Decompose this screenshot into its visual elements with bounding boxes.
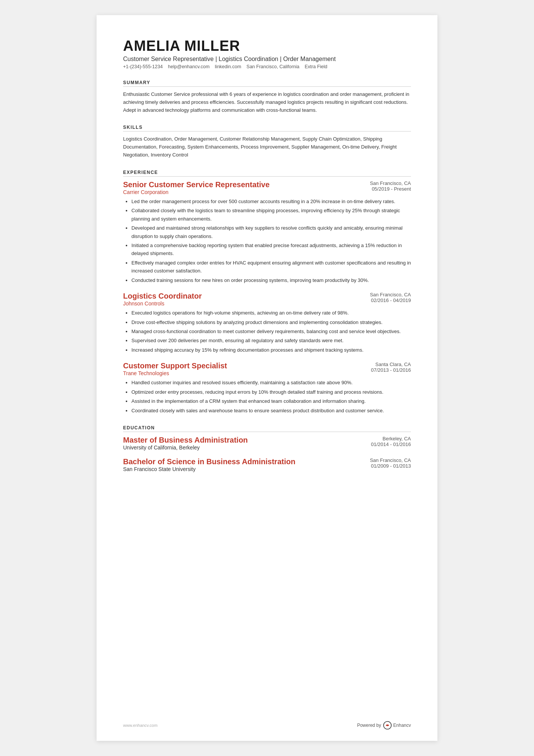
skills-section: SKILLS Logistics Coordination, Order Man… bbox=[123, 125, 411, 159]
edu-header-1: Bachelor of Science in Business Administ… bbox=[123, 457, 411, 472]
contact-location: San Francisco, California bbox=[247, 64, 300, 69]
bullet-list-1: Executed logistics operations for high-v… bbox=[123, 309, 411, 354]
footer-website: www.enhancv.com bbox=[123, 723, 158, 728]
edu-school-1: San Francisco State University bbox=[123, 466, 295, 472]
company-name-2: Trane Technologies bbox=[123, 370, 227, 376]
logo-svg bbox=[383, 721, 392, 729]
bullet-item-2-1: Optimized order entry processes, reducin… bbox=[131, 388, 411, 396]
header-section: AMELIA MILLER Customer Service Represent… bbox=[123, 38, 411, 69]
bullet-item-1-4: Increased shipping accuracy by 15% by re… bbox=[131, 346, 411, 354]
bullet-item-0-1: Collaborated closely with the logistics … bbox=[131, 207, 411, 223]
edu-school-0: University of California, Berkeley bbox=[123, 445, 248, 451]
edu-degree-0: Master of Business Administration bbox=[123, 436, 248, 445]
candidate-name: AMELIA MILLER bbox=[123, 38, 411, 54]
experience-blocks: Senior Customer Service RepresentativeCa… bbox=[123, 180, 411, 415]
location-date-0: San Francisco, CA05/2019 - Present bbox=[350, 180, 411, 192]
edu-left-1: Bachelor of Science in Business Administ… bbox=[123, 457, 295, 472]
enhancv-logo: Enhancv bbox=[383, 721, 411, 729]
location-date-1: San Francisco, CA02/2016 - 04/2019 bbox=[350, 292, 411, 303]
bullet-list-2: Handled customer inquiries and resolved … bbox=[123, 379, 411, 415]
brand-name: Enhancv bbox=[393, 723, 411, 728]
education-section: EDUCATION Master of Business Administrat… bbox=[123, 425, 411, 472]
bullet-item-0-3: Initiated a comprehensive backlog report… bbox=[131, 241, 411, 258]
contact-extra: Extra Field bbox=[304, 64, 327, 69]
bullet-item-0-4: Effectively managed complex order entrie… bbox=[131, 259, 411, 275]
skills-label: SKILLS bbox=[123, 125, 411, 131]
contact-linkedin: linkedin.com bbox=[215, 64, 241, 69]
contact-email: help@enhancv.com bbox=[168, 64, 210, 69]
bullet-item-2-3: Coordinated closely with sales and wareh… bbox=[131, 407, 411, 415]
contact-line: +1-(234)-555-1234 help@enhancv.com linke… bbox=[123, 64, 411, 69]
exp-block-0: Senior Customer Service RepresentativeCa… bbox=[123, 180, 411, 284]
summary-section: SUMMARY Enthusiastic Customer Service pr… bbox=[123, 80, 411, 114]
bullet-list-0: Led the order management process for ove… bbox=[123, 197, 411, 284]
job-title-0: Senior Customer Service Representative bbox=[123, 180, 270, 189]
resume-page: AMELIA MILLER Customer Service Represent… bbox=[97, 15, 437, 741]
edu-degree-1: Bachelor of Science in Business Administ… bbox=[123, 457, 295, 466]
bullet-item-1-2: Managed cross-functional coordination to… bbox=[131, 327, 411, 335]
bullet-item-0-2: Developed and maintained strong relation… bbox=[131, 224, 411, 240]
footer-brand: Powered by Enhancv bbox=[357, 721, 411, 729]
education-label: EDUCATION bbox=[123, 425, 411, 432]
edu-block-1: Bachelor of Science in Business Administ… bbox=[123, 457, 411, 472]
location-date-2: Santa Clara, CA07/2013 - 01/2016 bbox=[350, 362, 411, 373]
page-footer: www.enhancv.com Powered by Enhancv bbox=[123, 721, 411, 729]
job-title-1: Logistics Coordinator bbox=[123, 292, 202, 301]
contact-phone: +1-(234)-555-1234 bbox=[123, 64, 163, 69]
summary-text: Enthusiastic Customer Service profession… bbox=[123, 91, 411, 114]
bullet-item-0-5: Conducted training sessions for new hire… bbox=[131, 276, 411, 284]
company-name-0: Carrier Corporation bbox=[123, 189, 270, 195]
exp-title-2: Customer Support SpecialistTrane Technol… bbox=[123, 362, 227, 379]
bullet-item-1-1: Drove cost-effective shipping solutions … bbox=[131, 318, 411, 326]
exp-header-1: Logistics CoordinatorJohnson ControlsSan… bbox=[123, 292, 411, 309]
bullet-item-1-3: Supervised over 200 deliveries per month… bbox=[131, 337, 411, 344]
exp-block-1: Logistics CoordinatorJohnson ControlsSan… bbox=[123, 292, 411, 354]
exp-title-0: Senior Customer Service RepresentativeCa… bbox=[123, 180, 270, 197]
experience-section: EXPERIENCE Senior Customer Service Repre… bbox=[123, 170, 411, 415]
exp-header-0: Senior Customer Service RepresentativeCa… bbox=[123, 180, 411, 197]
company-name-1: Johnson Controls bbox=[123, 301, 202, 307]
skills-text: Logistics Coordination, Order Management… bbox=[123, 135, 411, 159]
bullet-item-2-2: Assisted in the implementation of a CRM … bbox=[131, 397, 411, 405]
edu-location-date-0: Berkeley, CA01/2014 - 01/2016 bbox=[350, 436, 411, 447]
bullet-item-0-0: Led the order management process for ove… bbox=[131, 197, 411, 205]
edu-header-0: Master of Business AdministrationUnivers… bbox=[123, 436, 411, 451]
edu-location-date-1: San Francisco, CA01/2009 - 01/2013 bbox=[350, 457, 411, 469]
bullet-item-2-0: Handled customer inquiries and resolved … bbox=[131, 379, 411, 387]
edu-block-0: Master of Business AdministrationUnivers… bbox=[123, 436, 411, 451]
exp-title-1: Logistics CoordinatorJohnson Controls bbox=[123, 292, 202, 309]
edu-left-0: Master of Business AdministrationUnivers… bbox=[123, 436, 248, 451]
powered-by-text: Powered by bbox=[357, 723, 381, 728]
candidate-title: Customer Service Representative | Logist… bbox=[123, 56, 411, 63]
exp-header-2: Customer Support SpecialistTrane Technol… bbox=[123, 362, 411, 379]
exp-block-2: Customer Support SpecialistTrane Technol… bbox=[123, 362, 411, 415]
experience-label: EXPERIENCE bbox=[123, 170, 411, 177]
summary-label: SUMMARY bbox=[123, 80, 411, 87]
bullet-item-1-0: Executed logistics operations for high-v… bbox=[131, 309, 411, 317]
job-title-2: Customer Support Specialist bbox=[123, 362, 227, 370]
education-blocks: Master of Business AdministrationUnivers… bbox=[123, 436, 411, 472]
